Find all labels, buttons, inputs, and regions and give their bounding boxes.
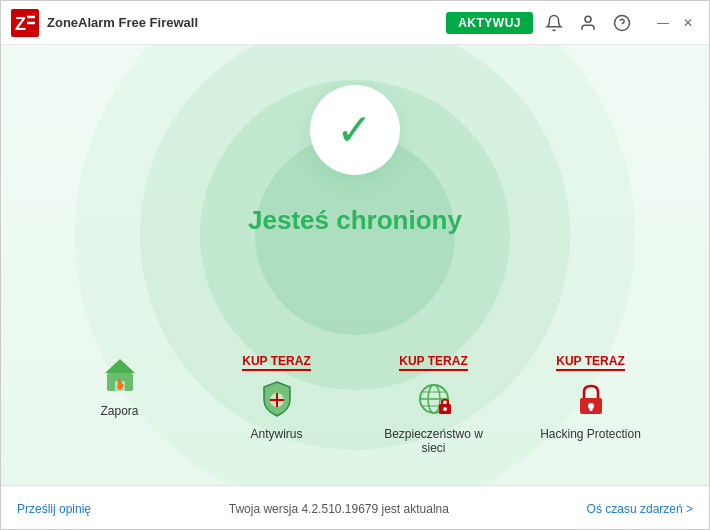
check-circle: ✓ (310, 85, 400, 175)
minimize-button[interactable]: — (651, 14, 675, 32)
hacking-kup: KUP TERAZ (556, 354, 624, 371)
antivirus-label: Antywirus (250, 427, 302, 441)
netsecurity-label: Bezpieczeństwo w sieci (374, 427, 494, 455)
feedback-link[interactable]: Prześlij opinię (17, 502, 91, 516)
antivirus-kup: KUP TERAZ (242, 354, 310, 371)
events-link[interactable]: Oś czasu zdarzeń > (587, 502, 693, 516)
netsecurity-underline (399, 369, 467, 371)
hacking-kup-label: KUP TERAZ (556, 354, 624, 368)
antivirus-underline (242, 369, 310, 371)
title-bar-right: AKTYWUJ — ✕ (446, 12, 699, 34)
hacking-item: KUP TERAZ Hacking Protection (531, 354, 651, 441)
activate-button[interactable]: AKTYWUJ (446, 12, 533, 34)
checkmark-icon: ✓ (336, 108, 373, 152)
close-button[interactable]: ✕ (677, 14, 699, 32)
check-area: ✓ Jesteś chroniony (248, 85, 462, 236)
antivirus-icon (255, 377, 299, 421)
person-icon (579, 14, 597, 32)
svg-point-19 (443, 407, 447, 411)
account-button[interactable] (575, 12, 601, 34)
footer: Prześlij opinię Twoja wersja 4.2.510.196… (1, 485, 709, 530)
firewall-label: Zapora (100, 404, 138, 418)
help-icon (613, 14, 631, 32)
title-bar: Z ZoneAlarm Free Firewall AKTYWUJ (1, 1, 709, 45)
netsecurity-icon (412, 377, 456, 421)
logo-icon: Z (11, 9, 39, 37)
bell-icon (545, 14, 563, 32)
bottom-icons: Zapora KUP TERAZ Antywirus (1, 354, 709, 455)
antivirus-kup-label: KUP TERAZ (242, 354, 310, 368)
hacking-label: Hacking Protection (540, 427, 641, 441)
app-title: ZoneAlarm Free Firewall (47, 15, 198, 30)
netsecurity-kup-label: KUP TERAZ (399, 354, 467, 368)
title-bar-left: Z ZoneAlarm Free Firewall (11, 9, 446, 37)
help-button[interactable] (609, 12, 635, 34)
firewall-icon (98, 354, 142, 398)
notification-button[interactable] (541, 12, 567, 34)
svg-marker-8 (105, 359, 135, 373)
svg-rect-22 (589, 406, 592, 411)
window-controls: — ✕ (651, 14, 699, 32)
firewall-item: Zapora (60, 354, 180, 418)
hacking-underline (556, 369, 624, 371)
protected-text: Jesteś chroniony (248, 205, 462, 236)
main-content: ✓ Jesteś chroniony Zapora KUP TERAZ (1, 45, 709, 485)
svg-text:Z: Z (15, 14, 26, 34)
netsecurity-item: KUP TERAZ Bezpieczeństwo w sieci (374, 354, 494, 455)
version-text: Twoja wersja 4.2.510.19679 jest aktualna (91, 502, 587, 516)
antivirus-item: KUP TERAZ Antywirus (217, 354, 337, 441)
svg-point-4 (585, 16, 591, 22)
hacking-icon (569, 377, 613, 421)
netsecurity-kup: KUP TERAZ (399, 354, 467, 371)
